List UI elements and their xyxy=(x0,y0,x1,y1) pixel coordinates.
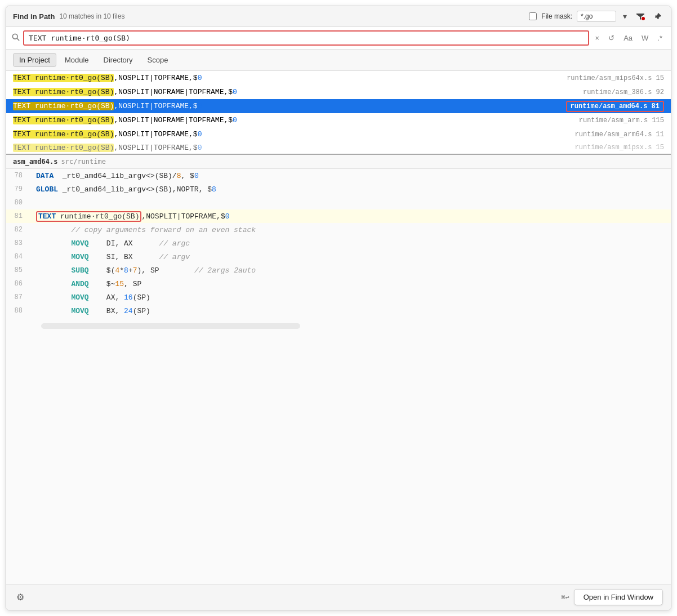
line-content: DATA _rt0_amd64_lib_argv<>(SB)/8, $0 xyxy=(32,172,199,180)
result-code: TEXT runtime·rt0_go(SB),NOSPLIT|TOPFRAME… xyxy=(13,74,558,82)
tab-scope[interactable]: Scope xyxy=(141,53,175,67)
result-file: runtime/asm_mips64x.s 15 xyxy=(567,74,664,82)
hscroll-container xyxy=(6,318,671,334)
file-mask-input[interactable] xyxy=(577,11,616,22)
file-mask-checkbox[interactable] xyxy=(529,12,537,20)
line-content: GLOBL _rt0_amd64_lib_argv<>(SB),NOPTR, $… xyxy=(32,185,216,194)
code-line: 78 DATA _rt0_amd64_lib_argv<>(SB)/8, $0 xyxy=(6,169,671,182)
table-row[interactable]: TEXT runtime·rt0_go(SB),NOSPLIT|NOFRAME|… xyxy=(6,85,671,99)
match-box: TEXT runtime·rt0_go(SB) xyxy=(36,211,141,222)
svg-point-0 xyxy=(642,17,645,20)
line-number: 84 xyxy=(6,253,32,261)
result-file: runtime/asm_amd64.s 81 xyxy=(566,102,664,110)
regex-button[interactable]: .* xyxy=(654,32,665,44)
line-number: 85 xyxy=(6,266,32,274)
match-highlight: TEXT runtime·rt0_go(SB) xyxy=(13,144,114,152)
code-line: 83 MOVQ DI, AX // argc xyxy=(6,236,671,250)
line-content: SUBQ $(4*8+7), SP // 2args 2auto xyxy=(32,266,256,275)
footer-bar: ⚙ ⌘↩ Open in Find Window xyxy=(6,584,671,610)
pin-icon xyxy=(654,12,662,20)
clear-search-button[interactable]: × xyxy=(593,32,603,44)
case-sensitive-button[interactable]: Aa xyxy=(621,32,635,44)
match-highlight: TEXT runtime·rt0_go(SB) xyxy=(13,74,114,82)
line-number: 88 xyxy=(6,307,32,315)
search-input[interactable] xyxy=(23,30,589,46)
line-content: ANDQ $~15, SP xyxy=(32,280,141,288)
result-file: runtime/asm_arm64.s 11 xyxy=(575,131,664,139)
match-count: 10 matches in 10 files xyxy=(59,12,124,20)
selected-file-badge: runtime/asm_amd64.s 81 xyxy=(566,101,664,112)
line-content: // copy arguments forward on an even sta… xyxy=(32,226,256,234)
match-highlight: TEXT runtime·rt0_go(SB) xyxy=(13,102,114,110)
line-content: MOVQ DI, AX // argc xyxy=(32,239,190,248)
code-preview-area[interactable]: 78 DATA _rt0_amd64_lib_argv<>(SB)/8, $0 … xyxy=(6,169,671,584)
table-row[interactable]: TEXT runtime·rt0_go(SB),NOSPLIT|TOPFRAME… xyxy=(6,99,671,113)
table-row[interactable]: TEXT runtime·rt0_go(SB),NOSPLIT|TOPFRAME… xyxy=(6,141,671,154)
filter-button[interactable] xyxy=(634,11,647,22)
line-number: 87 xyxy=(6,293,32,301)
match-highlight: TEXT runtime·rt0_go(SB) xyxy=(13,130,114,139)
settings-button[interactable]: ⚙ xyxy=(14,590,26,605)
result-file: runtime/asm_arm.s 115 xyxy=(579,117,664,124)
line-content: MOVQ AX, 16(SP) xyxy=(32,293,150,302)
code-line: 80 xyxy=(6,196,671,209)
horizontal-scrollbar[interactable] xyxy=(41,323,300,329)
file-mask-label: File mask: xyxy=(541,12,572,20)
open-in-find-window-button[interactable]: Open in Find Window xyxy=(574,589,663,605)
result-file: runtime/asm_mipsx.s 15 xyxy=(575,144,664,151)
result-code: TEXT runtime·rt0_go(SB),NOSPLIT|TOPFRAME… xyxy=(13,102,557,110)
search-history-button[interactable]: ↺ xyxy=(605,32,617,44)
scope-tabs: In Project Module Directory Scope xyxy=(6,50,671,71)
dropdown-arrow-btn[interactable]: ▾ xyxy=(621,11,629,22)
line-number: 83 xyxy=(6,239,32,247)
match-highlight: TEXT runtime·rt0_go(SB) xyxy=(13,116,114,124)
result-code: TEXT runtime·rt0_go(SB),NOSPLIT|TOPFRAME… xyxy=(13,130,566,139)
line-content: MOVQ BX, 24(SP) xyxy=(32,307,150,315)
line-content: TEXT runtime·rt0_go(SB),NOSPLIT|TOPFRAME… xyxy=(32,212,230,221)
table-row[interactable]: TEXT runtime·rt0_go(SB),NOSPLIT|NOFRAME|… xyxy=(6,113,671,127)
table-row[interactable]: TEXT runtime·rt0_go(SB),NOSPLIT|TOPFRAME… xyxy=(6,71,671,85)
tab-directory[interactable]: Directory xyxy=(97,53,139,67)
code-line: 79 GLOBL _rt0_amd64_lib_argv<>(SB),NOPTR… xyxy=(6,182,671,196)
code-line: 87 MOVQ AX, 16(SP) xyxy=(6,291,671,304)
code-line: 82 // copy arguments forward on an even … xyxy=(6,223,671,236)
tab-in-project[interactable]: In Project xyxy=(13,53,56,67)
line-number: 86 xyxy=(6,280,32,288)
result-code: TEXT runtime·rt0_go(SB),NOSPLIT|TOPFRAME… xyxy=(13,144,566,152)
line-content: MOVQ SI, BX // argv xyxy=(32,253,190,261)
line-number: 78 xyxy=(6,172,32,180)
header-bar: Find in Path 10 matches in 10 files File… xyxy=(6,6,671,27)
panel-title: Find in Path xyxy=(13,12,55,21)
tab-module[interactable]: Module xyxy=(59,53,95,67)
line-number: 82 xyxy=(6,226,32,234)
result-file: runtime/asm_386.s 92 xyxy=(583,88,664,96)
preview-filepath: src/runtime xyxy=(61,158,105,166)
code-line: 86 ANDQ $~15, SP xyxy=(6,277,671,291)
svg-point-1 xyxy=(12,34,17,39)
shortcut-label: ⌘↩ xyxy=(561,593,569,601)
search-row: × ↺ Aa W .* xyxy=(6,27,671,50)
line-number: 79 xyxy=(6,185,32,193)
line-number: 80 xyxy=(6,199,32,207)
svg-line-2 xyxy=(17,38,19,41)
results-list: TEXT runtime·rt0_go(SB),NOSPLIT|TOPFRAME… xyxy=(6,71,671,155)
pin-button[interactable] xyxy=(652,11,664,21)
chevron-down-icon: ▾ xyxy=(623,12,627,21)
result-code: TEXT runtime·rt0_go(SB),NOSPLIT|NOFRAME|… xyxy=(13,88,574,96)
whole-word-button[interactable]: W xyxy=(639,32,651,44)
code-line: 84 MOVQ SI, BX // argv xyxy=(6,250,671,264)
filter-icon xyxy=(636,12,645,21)
match-highlight: TEXT runtime·rt0_go(SB) xyxy=(13,88,114,96)
code-line-highlighted: 81 TEXT runtime·rt0_go(SB),NOSPLIT|TOPFR… xyxy=(6,209,671,223)
code-line: 85 SUBQ $(4*8+7), SP // 2args 2auto xyxy=(6,264,671,277)
code-line: 88 MOVQ BX, 24(SP) xyxy=(6,304,671,318)
line-number: 81 xyxy=(6,212,32,220)
table-row[interactable]: TEXT runtime·rt0_go(SB),NOSPLIT|TOPFRAME… xyxy=(6,127,671,141)
result-code: TEXT runtime·rt0_go(SB),NOSPLIT|NOFRAME|… xyxy=(13,116,570,124)
search-icon xyxy=(12,33,20,43)
preview-header: asm_amd64.s src/runtime xyxy=(6,155,671,169)
preview-filename: asm_amd64.s xyxy=(13,158,57,166)
